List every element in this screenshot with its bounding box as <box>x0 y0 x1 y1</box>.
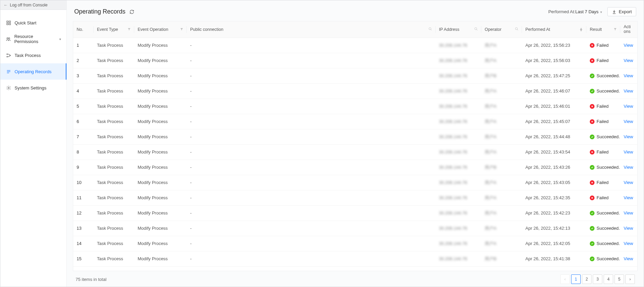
logoff-button[interactable]: ← Log off from Console <box>0 0 66 10</box>
cell-actions: View <box>620 99 637 114</box>
cell-performed-at: Apr 26, 2022, 15:56:03 <box>522 53 586 68</box>
logoff-label: Log off from Console <box>10 3 47 7</box>
cell-ip-address: 30.206.144.76 <box>436 236 481 251</box>
col-event-operation[interactable]: Event Operation <box>134 21 187 38</box>
pager-page-3[interactable]: 3 <box>593 274 602 284</box>
cell-ip-address: 30.206.144.76 <box>436 99 481 114</box>
pager-prev[interactable]: ‹ <box>560 274 570 284</box>
cell-no: 10 <box>73 175 94 190</box>
view-link[interactable]: View <box>624 180 633 185</box>
cell-ip-address: 30.206.144.76 <box>436 68 481 83</box>
refresh-button[interactable] <box>129 9 135 15</box>
search-icon[interactable] <box>428 27 432 32</box>
view-link[interactable]: View <box>624 88 633 94</box>
pager-page-5[interactable]: 5 <box>615 274 624 284</box>
table-container: No. Event Type Event Operation Public co… <box>73 21 638 271</box>
cell-public-connection: - <box>187 38 436 53</box>
cell-actions: View <box>620 38 637 53</box>
cell-operator: 用户B <box>481 68 522 83</box>
cell-event-type: Task Process <box>94 129 134 144</box>
cell-public-connection: - <box>187 53 436 68</box>
view-link[interactable]: View <box>624 165 633 170</box>
error-icon <box>590 119 595 124</box>
success-icon <box>590 89 595 94</box>
cell-ip-address: 30.206.144.76 <box>436 129 481 144</box>
cell-performed-at: Apr 26, 2022, 15:42:35 <box>522 190 586 205</box>
cell-event-type: Task Process <box>94 114 134 129</box>
export-button[interactable]: Export <box>607 7 636 16</box>
chevron-down-icon: ▾ <box>600 10 602 14</box>
view-link[interactable]: View <box>624 43 633 48</box>
table-row: 1Task ProcessModify Process-30.206.144.7… <box>73 38 637 53</box>
sidebar-item-label: Task Process <box>15 53 41 58</box>
cell-no: 9 <box>73 160 94 175</box>
view-link[interactable]: View <box>624 149 633 155</box>
search-icon[interactable] <box>515 27 519 32</box>
view-link[interactable]: View <box>624 256 633 261</box>
pager-next[interactable]: › <box>625 274 635 284</box>
back-arrow-icon: ← <box>4 3 8 7</box>
cell-result: Failed <box>586 53 620 68</box>
cell-performed-at: Apr 26, 2022, 15:42:13 <box>522 221 586 236</box>
cell-event-operation: Modify Process <box>134 221 187 236</box>
table-row: 5Task ProcessModify Process-30.206.144.7… <box>73 99 637 114</box>
cell-public-connection: - <box>187 221 436 236</box>
cell-no: 11 <box>73 190 94 205</box>
view-link[interactable]: View <box>624 195 633 200</box>
cell-operator: 用户A <box>481 205 522 221</box>
cell-public-connection: - <box>187 99 436 114</box>
nav-icon <box>6 69 11 74</box>
cell-no: 6 <box>73 114 94 129</box>
col-result[interactable]: Result <box>586 21 620 38</box>
cell-operator: 用户A <box>481 83 522 99</box>
filter-icon[interactable] <box>180 27 183 32</box>
cell-event-type: Task Process <box>94 83 134 99</box>
cell-ip-address: 30.206.144.76 <box>436 205 481 221</box>
view-link[interactable]: View <box>624 210 633 216</box>
cell-event-type: Task Process <box>94 144 134 160</box>
refresh-icon <box>129 9 134 14</box>
search-icon[interactable] <box>474 27 478 32</box>
cell-no: 1 <box>73 38 94 53</box>
view-link[interactable]: View <box>624 226 633 231</box>
col-ip-address[interactable]: IP Address <box>436 21 481 38</box>
view-link[interactable]: View <box>624 241 633 246</box>
nav-icon <box>6 20 11 25</box>
sidebar-item-task-process[interactable]: Task Process <box>0 47 66 63</box>
date-range-selector[interactable]: Performed At:Last 7 Days ▾ <box>548 9 602 14</box>
cell-actions: View <box>620 190 637 205</box>
view-link[interactable]: View <box>624 119 633 124</box>
sidebar-item-system-settings[interactable]: System Settings <box>0 80 66 96</box>
filter-icon[interactable] <box>127 27 131 32</box>
view-link[interactable]: View <box>624 134 633 139</box>
view-link[interactable]: View <box>624 104 633 109</box>
cell-no: 3 <box>73 68 94 83</box>
export-icon <box>612 9 617 14</box>
pager-page-2[interactable]: 2 <box>582 274 591 284</box>
col-performed-at[interactable]: Performed At▲▼ <box>522 21 586 38</box>
cell-result: Failed <box>586 38 620 53</box>
sidebar-item-label: Quick Start <box>15 20 36 25</box>
cell-event-operation: Modify Process <box>134 160 187 175</box>
view-link[interactable]: View <box>624 58 633 63</box>
pager-page-4[interactable]: 4 <box>604 274 613 284</box>
sidebar-item-quick-start[interactable]: Quick Start <box>0 15 66 31</box>
filter-icon[interactable] <box>613 27 617 32</box>
sidebar-item-operating-records[interactable]: Operating Records <box>0 63 66 80</box>
sort-icon[interactable]: ▲▼ <box>579 28 583 31</box>
sidebar-item-resource-permissions[interactable]: Resource Permissions▾ <box>0 31 66 47</box>
svg-point-11 <box>475 28 477 30</box>
view-link[interactable]: View <box>624 73 633 78</box>
col-event-type[interactable]: Event Type <box>94 21 134 38</box>
error-icon <box>590 150 595 155</box>
pager-page-1[interactable]: 1 <box>571 274 581 284</box>
chevron-down-icon: ▾ <box>59 37 61 41</box>
table-row: 3Task ProcessModify Process-30.206.144.7… <box>73 68 637 83</box>
cell-event-operation: Modify Process <box>134 129 187 144</box>
col-public-connection[interactable]: Public connection <box>187 21 436 38</box>
cell-event-operation: Modify Process <box>134 236 187 251</box>
error-icon <box>590 104 595 109</box>
nav-icon <box>6 36 11 42</box>
table-row: 15Task ProcessModify Process-30.206.144.… <box>73 251 637 266</box>
col-operator[interactable]: Operator <box>481 21 522 38</box>
